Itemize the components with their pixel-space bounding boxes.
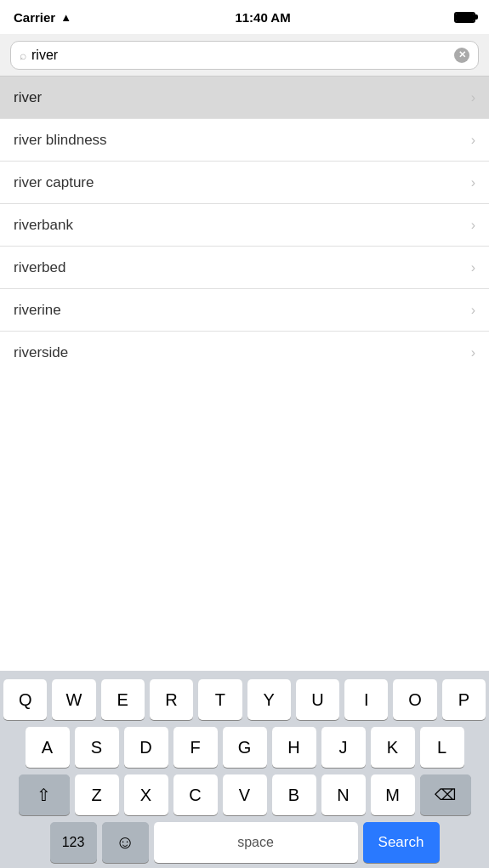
key-z[interactable]: Z — [75, 774, 119, 815]
chevron-icon: › — [471, 133, 475, 148]
status-right — [454, 12, 475, 23]
result-item[interactable]: river › — [0, 77, 489, 119]
result-text: river blindness — [14, 132, 107, 149]
result-item[interactable]: riverbed › — [0, 247, 489, 289]
delete-key[interactable]: ⌫ — [420, 774, 471, 815]
battery-icon — [454, 12, 475, 23]
result-text: river capture — [14, 174, 94, 191]
keyboard: Q W E R T Y U I O P A S D F G H J K L ⇧ … — [0, 671, 489, 868]
key-a[interactable]: A — [26, 727, 70, 768]
status-time: 11:40 AM — [235, 10, 290, 25]
number-key[interactable]: 123 — [50, 822, 97, 863]
wifi-icon: ▲ — [60, 11, 71, 24]
search-icon: ⌕ — [20, 48, 26, 62]
keyboard-row-2: A S D F G H J K L — [3, 727, 486, 768]
key-o[interactable]: O — [393, 679, 436, 720]
key-v[interactable]: V — [223, 774, 267, 815]
search-bar: ⌕ ✕ — [0, 34, 489, 77]
search-input-wrapper: ⌕ ✕ — [10, 41, 479, 70]
key-w[interactable]: W — [52, 679, 95, 720]
chevron-icon: › — [471, 218, 475, 233]
keyboard-row-1: Q W E R T Y U I O P — [3, 679, 486, 720]
key-k[interactable]: K — [371, 727, 415, 768]
result-text: riverside — [14, 344, 68, 361]
carrier-label: Carrier — [14, 10, 55, 25]
emoji-key[interactable]: ☺ — [102, 822, 149, 863]
delete-icon: ⌫ — [435, 786, 456, 804]
result-item[interactable]: riverside › — [0, 332, 489, 366]
key-n[interactable]: N — [321, 774, 366, 815]
status-bar: Carrier ▲ 11:40 AM — [0, 0, 489, 34]
key-i[interactable]: I — [344, 679, 388, 720]
result-text: river — [14, 89, 42, 106]
clear-button[interactable]: ✕ — [454, 48, 469, 63]
result-text: riverbank — [14, 217, 73, 234]
key-f[interactable]: F — [173, 727, 218, 768]
chevron-icon: › — [471, 260, 475, 275]
shift-key[interactable]: ⇧ — [19, 774, 70, 815]
key-y[interactable]: Y — [247, 679, 291, 720]
key-x[interactable]: X — [124, 774, 168, 815]
search-key[interactable]: Search — [363, 822, 440, 863]
key-s[interactable]: S — [75, 727, 119, 768]
result-item[interactable]: river blindness › — [0, 119, 489, 162]
space-key[interactable]: space — [154, 822, 358, 863]
chevron-icon: › — [471, 345, 475, 360]
search-input[interactable] — [31, 48, 454, 63]
key-b[interactable]: B — [272, 774, 316, 815]
keyboard-bottom-row: 123 ☺ space Search — [3, 822, 486, 863]
key-m[interactable]: M — [371, 774, 415, 815]
result-item[interactable]: riverine › — [0, 289, 489, 332]
result-item[interactable]: river capture › — [0, 162, 489, 204]
chevron-icon: › — [471, 90, 475, 105]
battery-fill — [456, 14, 474, 21]
key-p[interactable]: P — [442, 679, 486, 720]
key-t[interactable]: T — [198, 679, 242, 720]
result-text: riverine — [14, 302, 61, 319]
key-c[interactable]: C — [173, 774, 218, 815]
status-left: Carrier ▲ — [14, 10, 71, 25]
chevron-icon: › — [471, 175, 475, 190]
key-u[interactable]: U — [296, 679, 339, 720]
key-e[interactable]: E — [101, 679, 145, 720]
key-j[interactable]: J — [321, 727, 366, 768]
key-h[interactable]: H — [272, 727, 316, 768]
results-list: river › river blindness › river capture … — [0, 77, 489, 366]
keyboard-row-3: ⇧ Z X C V B N M ⌫ — [3, 774, 486, 815]
result-text: riverbed — [14, 259, 65, 276]
key-d[interactable]: D — [124, 727, 168, 768]
chevron-icon: › — [471, 303, 475, 318]
key-l[interactable]: L — [420, 727, 464, 768]
key-r[interactable]: R — [150, 679, 193, 720]
key-q[interactable]: Q — [3, 679, 47, 720]
result-item[interactable]: riverbank › — [0, 204, 489, 247]
key-g[interactable]: G — [223, 727, 267, 768]
